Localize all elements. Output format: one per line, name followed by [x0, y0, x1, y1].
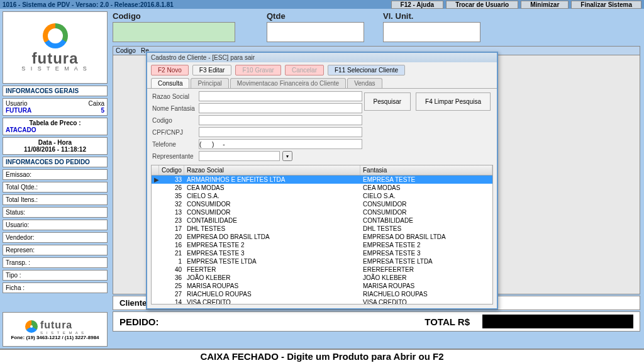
codigo-label: Codigo	[113, 11, 235, 21]
representante-lookup-button[interactable]: ▾	[282, 151, 292, 161]
table-row[interactable]: 32CONSUMIDORCONSUMIDOR	[152, 200, 492, 208]
table-row[interactable]: 14VISA CREDITOVISA CREDITO	[152, 298, 492, 304]
representante-input[interactable]	[199, 151, 280, 161]
table-row[interactable]: 35CIELO S.A.CIELO S.A.	[152, 192, 492, 200]
table-row[interactable]: 16EMPRESA TESTE 2EMPRESA TESTE 2	[152, 241, 492, 249]
user-caixa-panel: Usuario Caixa FUTURA 5	[3, 98, 108, 116]
price-table-value: ATACADO	[6, 126, 104, 133]
search-form: Razao Social Nome Fantasia Codigo CPF/CN…	[147, 89, 497, 164]
table-row[interactable]: 21EMPRESA TESTE 3EMPRESA TESTE 3	[152, 249, 492, 257]
logo: futura S I S T E M A S	[3, 11, 108, 84]
vlunit-input[interactable]	[383, 22, 480, 42]
order-info-title-panel: INFORMACOES DO PEDIDO	[3, 157, 108, 167]
results-grid[interactable]: Codigo Razao Social Fantasia ▶33ARMARINH…	[151, 165, 493, 304]
table-row[interactable]: 23CONTABILIDADECONTABILIDADE	[152, 216, 492, 225]
table-row[interactable]: 40FEERTEREREREFEERTER	[152, 265, 492, 274]
cpf-input[interactable]	[199, 127, 362, 137]
top-bar: 1016 - Sistema de PDV - Versao: 2.0 - Re…	[0, 0, 644, 9]
table-row[interactable]: 1EMPRESA TESTE LTDAEMPRESA TESTE LTDA	[152, 257, 492, 265]
logo-subtext: S I S T E M A S	[21, 65, 89, 72]
logo-text: futura	[32, 50, 79, 67]
table-row[interactable]: 25MARISA ROUPASMARISA ROUPAS	[152, 282, 492, 290]
tab-consulta[interactable]: Consulta	[151, 78, 189, 88]
order-field-0: Emissao:	[3, 169, 108, 180]
grid-header-row: Codigo Razao Social Fantasia	[152, 165, 492, 176]
general-info-title: INFORMACOES GERAIS	[6, 87, 104, 94]
table-row[interactable]: 17DHL TESTESDHL TESTES	[152, 225, 492, 233]
pedido-bar: PEDIDO: TOTAL R$	[113, 311, 640, 332]
grid-header-razao[interactable]: Razao Social	[184, 165, 360, 175]
datetime-label: Data - Hora	[6, 139, 104, 146]
caixa-label: Caixa	[88, 100, 104, 107]
footer-phone: Fone: (19) 3463-1212 / (11) 3227-8984	[11, 335, 99, 340]
status-bar: CAIXA FECHADO - Digite um Produto para A…	[0, 349, 644, 363]
table-row[interactable]: 13CONSUMIDORCONSUMIDOR	[152, 208, 492, 216]
razao-input[interactable]	[199, 91, 362, 101]
order-field-1: Total Qtde.:	[3, 182, 108, 193]
switch-user-button[interactable]: Trocar de Usuario	[446, 1, 518, 9]
order-field-3: Status:	[3, 207, 108, 218]
datetime-value: 11/08/2016 - 11:18:12	[6, 146, 104, 153]
codigo-form-input[interactable]	[199, 115, 362, 125]
price-table-panel: Tabela de Preco : ATACADO	[3, 118, 108, 135]
order-field-8: Tipo :	[3, 270, 108, 281]
limpar-button[interactable]: F4 Limpar Pesquisa	[416, 92, 491, 111]
grid-header-codigo[interactable]: Codigo	[159, 165, 184, 175]
razao-label: Razao Social	[152, 93, 196, 100]
grid-header-fantasia[interactable]: Fantasia	[360, 165, 492, 175]
cpf-label: CPF/CNPJ	[152, 129, 196, 136]
main-grid-h1: Codigo	[116, 47, 141, 54]
table-row[interactable]: 36JOÃO KLEBERJOÃO KLEBER	[152, 274, 492, 282]
qtde-input[interactable]	[267, 22, 364, 42]
fantasia-input[interactable]	[199, 103, 362, 113]
gravar-button[interactable]: F10 Gravar	[235, 65, 281, 75]
modal-toolbar: F2 Novo F3 Editar F10 Gravar Cancelar F1…	[147, 62, 497, 78]
footer-logo-icon	[25, 320, 38, 333]
total-label: TOTAL R$	[425, 316, 470, 327]
order-info-title: INFORMACOES DO PEDIDO	[6, 159, 104, 165]
table-row[interactable]: 27RIACHUELO ROUPASRIACHUELO ROUPAS	[152, 290, 492, 298]
codigo-input[interactable]	[113, 22, 235, 42]
logo-icon	[43, 23, 68, 48]
footer-logo-text: futura	[40, 320, 85, 331]
tab-movimentacao[interactable]: Movimentacao Financeira do Cliente	[230, 78, 346, 88]
caixa-value: 5	[101, 107, 104, 114]
finalize-button[interactable]: Finalizar Sistema	[571, 1, 641, 9]
tab-vendas[interactable]: Vendas	[347, 78, 382, 88]
selecionar-button[interactable]: F11 Selecionar Cliente	[328, 65, 405, 75]
client-modal: Cadastro de Cliente - [ESC] para sair F2…	[146, 52, 498, 310]
user-value: FUTURA	[6, 107, 31, 114]
pesquisar-button[interactable]: Pesquisar	[364, 92, 411, 111]
table-row[interactable]: ▶33ARMARINHOS E ENFEITES LTDAEMPRESA TES…	[152, 176, 492, 184]
fantasia-label: Nome Fantasia	[152, 105, 196, 112]
total-value-box	[482, 315, 633, 328]
vlunit-label: Vl. Unit.	[383, 11, 480, 21]
order-field-5: Vendedor:	[3, 232, 108, 243]
telefone-label: Telefone	[152, 141, 196, 148]
price-table-label: Tabela de Preco :	[6, 120, 104, 126]
general-info-panel: INFORMACOES GERAIS	[3, 86, 108, 96]
editar-button[interactable]: F3 Editar	[192, 65, 232, 75]
table-row[interactable]: 20EMPRESA DO BRASIL LTDAEMPRESA DO BRASI…	[152, 233, 492, 241]
order-field-9: Ficha :	[3, 282, 108, 293]
novo-button[interactable]: F2 Novo	[151, 65, 189, 75]
left-sidebar: futura S I S T E M A S INFORMACOES GERAI…	[0, 9, 110, 349]
user-label: Usuario	[6, 100, 27, 107]
modal-title: Cadastro de Cliente - [ESC] para sair	[147, 53, 497, 62]
telefone-input[interactable]	[199, 139, 362, 149]
qtde-label: Qtde	[267, 11, 364, 21]
order-field-4: Usuario:	[3, 220, 108, 230]
datetime-panel: Data - Hora 11/08/2016 - 11:18:12	[3, 137, 108, 155]
minimize-button[interactable]: Minimizar	[521, 1, 569, 9]
table-row[interactable]: 26CEA MODASCEA MODAS	[152, 184, 492, 192]
cancelar-button[interactable]: Cancelar	[285, 65, 324, 75]
help-button[interactable]: F12 - Ajuda	[391, 1, 444, 9]
codigo-form-label: Codigo	[152, 117, 196, 124]
tab-principal[interactable]: Principal	[191, 78, 228, 88]
representante-label: Representante	[152, 153, 196, 160]
order-field-6: Represen:	[3, 245, 108, 255]
footer-logo: futura S I S T E M A S Fone: (19) 3463-1…	[3, 312, 108, 347]
order-field-7: Transp. :	[3, 257, 108, 268]
pedido-label: PEDIDO:	[119, 316, 159, 327]
cliente-label: Cliente	[119, 298, 147, 308]
